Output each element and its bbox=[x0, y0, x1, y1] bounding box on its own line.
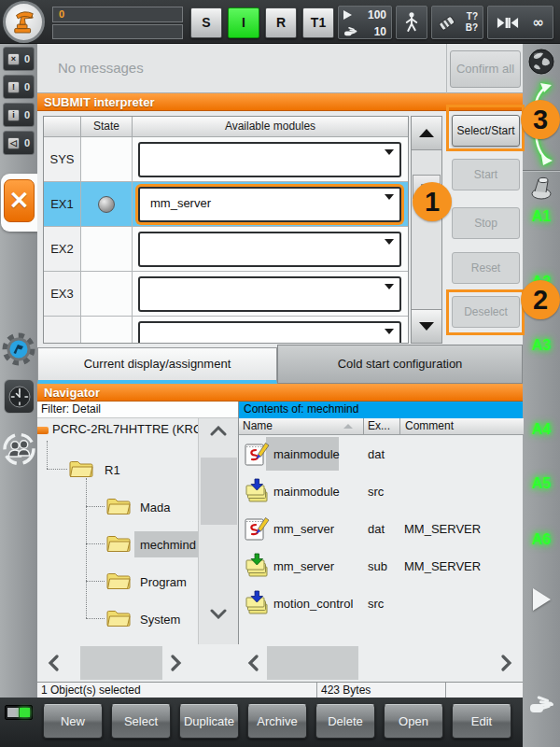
axis-label-a5[interactable]: A5 bbox=[523, 475, 560, 492]
selected-module-value: mm_server bbox=[150, 196, 211, 210]
axis-joint-icon[interactable] bbox=[530, 176, 553, 200]
module-dropdown-ex2[interactable] bbox=[138, 232, 401, 267]
left-sidebar: × 0 ! 0 i 0 ◁ 0 × bbox=[0, 44, 37, 698]
chevron-down-icon[interactable] bbox=[210, 609, 227, 619]
modules-column-header: Available modules bbox=[133, 117, 408, 137]
module-cell bbox=[133, 137, 408, 182]
stop-button[interactable]: Stop bbox=[452, 207, 520, 239]
chevron-up-icon[interactable] bbox=[210, 426, 227, 436]
duplicate-button[interactable]: Duplicate bbox=[179, 704, 239, 739]
file-row[interactable]: mm_server sub MM_SERVER bbox=[239, 547, 524, 585]
tree-scrollbar[interactable] bbox=[198, 418, 238, 644]
state-cell bbox=[81, 272, 133, 317]
clock-icon[interactable] bbox=[4, 379, 35, 414]
file-row[interactable]: motion_control src bbox=[239, 585, 524, 622]
module-dropdown-partial[interactable] bbox=[138, 321, 401, 344]
tree-item-system[interactable]: System bbox=[140, 613, 180, 627]
delete-button[interactable]: Delete bbox=[315, 704, 375, 739]
table-scrollbar[interactable] bbox=[411, 116, 442, 344]
counter-warning[interactable]: ! 0 bbox=[3, 75, 35, 99]
column-header-comment[interactable]: Comment bbox=[399, 418, 524, 435]
jog-hand-key-icon[interactable] bbox=[528, 695, 554, 715]
tree-item-mechmind[interactable]: mechmind bbox=[140, 538, 196, 552]
column-header-name[interactable]: Name bbox=[239, 418, 363, 435]
scroll-up-button[interactable] bbox=[412, 117, 441, 150]
scrollbar-thumb[interactable] bbox=[201, 458, 237, 525]
file-name: mm_server bbox=[273, 559, 334, 573]
module-dropdown-ex1[interactable]: mm_server bbox=[138, 187, 401, 222]
submit-table: State Available modules SYS EX1 mm_serve… bbox=[43, 116, 409, 344]
module-cell: mm_server bbox=[133, 182, 408, 227]
triangle-up-icon bbox=[419, 129, 434, 137]
start-key-icon[interactable] bbox=[533, 588, 551, 611]
tab-current-display-assignment[interactable]: Current display/assignment bbox=[37, 347, 277, 384]
scroll-down-button[interactable] bbox=[412, 309, 441, 343]
h-scrollbar-thumb[interactable] bbox=[267, 646, 358, 680]
open-button[interactable]: Open bbox=[384, 704, 443, 739]
new-button[interactable]: New bbox=[43, 704, 103, 739]
row-label: SYS bbox=[44, 137, 81, 182]
chevron-left-icon[interactable] bbox=[246, 655, 259, 671]
callout-marker-3: 3 bbox=[521, 100, 560, 139]
module-dropdown-ex3[interactable] bbox=[138, 276, 401, 312]
row-label: EX2 bbox=[44, 227, 81, 272]
start-button[interactable]: Start bbox=[452, 159, 520, 190]
axis-label-a6[interactable]: A6 bbox=[523, 531, 560, 548]
select-button[interactable]: Select bbox=[111, 704, 171, 739]
axis-label-a1[interactable]: A1 bbox=[523, 208, 560, 225]
file-extension: dat bbox=[368, 447, 385, 461]
tab-cold-start-configuration[interactable]: Cold start configuration bbox=[277, 345, 523, 384]
user-group-icon[interactable] bbox=[2, 430, 36, 469]
chevron-left-icon[interactable] bbox=[47, 655, 60, 671]
jog-mode-block[interactable] bbox=[396, 6, 427, 39]
counter-info[interactable]: i 0 bbox=[3, 103, 35, 127]
tool-base-block[interactable]: T? B? bbox=[431, 6, 483, 39]
file-row[interactable]: mainmodule src bbox=[239, 472, 524, 510]
module-dropdown-sys[interactable] bbox=[138, 142, 401, 177]
tree-item-program[interactable]: Program bbox=[140, 575, 187, 589]
softkey-bar: New Select Duplicate Archive Delete Open… bbox=[0, 698, 523, 747]
tree-connector bbox=[86, 478, 87, 618]
state-cell bbox=[81, 317, 133, 344]
chevron-right-icon[interactable] bbox=[500, 655, 513, 671]
file-extension: src bbox=[368, 597, 384, 611]
counter-error[interactable]: × 0 bbox=[3, 47, 35, 71]
state-column-header: State bbox=[81, 117, 133, 137]
increment-block[interactable]: ∞ bbox=[487, 6, 553, 39]
tree-item-mada[interactable]: Mada bbox=[140, 500, 171, 514]
edit-button[interactable]: Edit bbox=[452, 704, 511, 739]
reset-button[interactable]: Reset bbox=[452, 252, 520, 284]
file-row[interactable]: mainmodule dat bbox=[239, 435, 524, 472]
counter-acknowledge[interactable]: ◁ 0 bbox=[3, 131, 35, 155]
tree-item-r1[interactable]: R1 bbox=[105, 463, 120, 477]
key-drives-state[interactable]: I bbox=[228, 7, 259, 38]
archive-button[interactable]: Archive bbox=[247, 704, 307, 739]
settings-gear-icon[interactable] bbox=[1, 331, 36, 367]
top-status-bar: 0 S I R T1 100 10 bbox=[0, 0, 560, 44]
key-submit-state[interactable]: S bbox=[190, 7, 222, 38]
sub-file-icon bbox=[244, 553, 270, 579]
walking-person-icon bbox=[403, 10, 420, 35]
robot-logo-icon[interactable] bbox=[3, 1, 45, 43]
table-row-ex2: EX2 bbox=[44, 227, 408, 272]
axis-label-a4[interactable]: A4 bbox=[523, 421, 560, 438]
chevron-down-icon bbox=[385, 284, 394, 289]
key-opmode[interactable]: T1 bbox=[302, 7, 334, 38]
h-scrollbar-thumb[interactable] bbox=[80, 646, 162, 680]
override-block[interactable]: 100 10 bbox=[338, 6, 392, 39]
message-counter-bar[interactable]: 0 bbox=[52, 7, 183, 22]
file-row[interactable]: mm_server dat MM_SERVER bbox=[239, 510, 524, 547]
triangle-down-icon bbox=[419, 322, 434, 331]
error-icon: × bbox=[7, 53, 20, 65]
confirm-all-button[interactable]: Confirm all bbox=[450, 50, 521, 88]
world-globe-icon[interactable] bbox=[528, 49, 554, 75]
key-robot-state[interactable]: R bbox=[265, 7, 297, 38]
chevron-right-icon[interactable] bbox=[170, 655, 183, 671]
column-header-extension[interactable]: Ex... bbox=[363, 418, 399, 435]
tree-item-root[interactable]: PCRC-2RL7HHTTRE (KRC:\) bbox=[52, 422, 213, 436]
close-message-window-button[interactable]: × bbox=[4, 179, 35, 222]
axis-label-a3[interactable]: A3 bbox=[523, 337, 560, 354]
tree-connector bbox=[47, 441, 48, 469]
table-row-ex3: EX3 bbox=[44, 272, 408, 317]
filter-label[interactable]: Filter: Detail bbox=[37, 402, 238, 418]
